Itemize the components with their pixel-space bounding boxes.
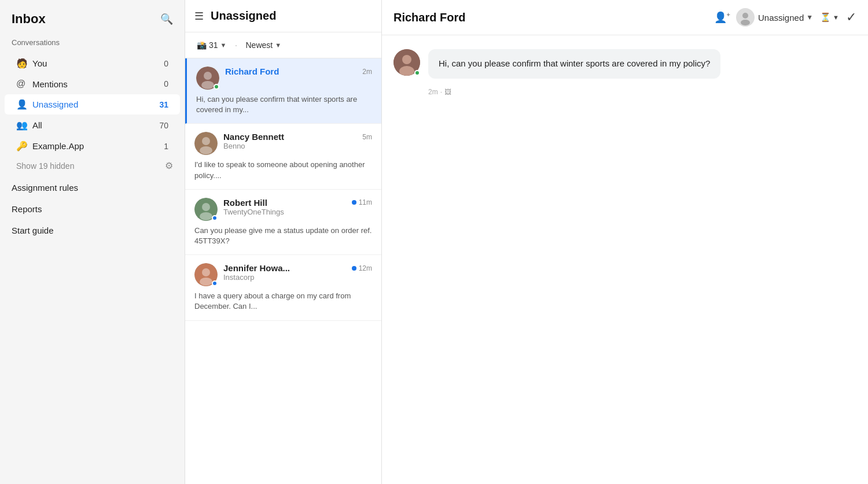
svg-point-16 [402,55,411,64]
start-guide-link[interactable]: Start guide [0,217,185,239]
middle-title: Unassigned [211,9,276,23]
sidebar-item-you[interactable]: 🧑 You 0 [5,53,180,73]
chat-message-row: Hi, can you please confirm that winter s… [393,49,856,79]
conv-name: Richard Ford [225,66,279,76]
conv-name: Robert Hill [223,198,267,208]
conv-name-row: Robert Hill 11m [223,198,372,208]
svg-point-10 [202,268,210,276]
conv-preview: Can you please give me a status update o… [194,226,372,246]
clock-icon: ⏳ [820,12,831,23]
conv-name: Jennifer Howa... [223,263,290,273]
sidebar-item-example-app[interactable]: 🔑 Example.App 1 [5,136,180,156]
agent-avatar [736,8,755,27]
reports-link[interactable]: Reports [0,196,185,217]
conversation-list: Richard Ford 2m Hi, can you please confi… [185,58,381,484]
nav-items: 🧑 You 0 @ Mentions 0 👤 Unassigned 31 👥 A… [0,53,185,157]
sidebar-item-unassigned[interactable]: 👤 Unassigned 31 [5,94,180,114]
svg-point-2 [201,81,214,89]
sidebar-item-mentions[interactable]: @ Mentions 0 [5,74,180,94]
unassigned-icon: 👤 [16,99,32,110]
hamburger-icon[interactable]: ☰ [194,10,204,23]
conv-name-row: Richard Ford 2m [225,66,372,76]
example-app-label: Example.App [32,141,164,151]
filter-arrow-icon: ▼ [220,42,227,49]
resolve-button[interactable]: ✓ [846,10,856,25]
middle-header: ☰ Unassigned [185,0,381,32]
inbox-filter-button[interactable]: 📸 31 ▼ [193,38,230,52]
settings-icon[interactable]: ⚙ [165,160,173,171]
show-hidden-label: Show 19 hidden [16,161,74,171]
conv-meta: Robert Hill 11m TwentyOneThings [223,198,372,219]
message-text: Hi, can you please confirm that winter s… [439,58,710,68]
unassigned-count: 31 [159,100,168,109]
timestamp-separator: · [440,88,442,96]
delivery-icon: 🖼 [444,88,451,96]
sort-button[interactable]: Newest ▼ [242,38,285,52]
sidebar: Inbox 🔍 Conversations 🧑 You 0 @ Mentions… [0,0,185,484]
assign-agent-button[interactable]: Unassigned ▼ [758,13,813,23]
online-indicator [212,280,218,286]
right-header: Richard Ford 👤+ Unassigned ▼ ⏳ ▼ ✓ [382,0,868,35]
avatar-wrap [194,263,218,286]
conversation-item-richard-ford[interactable]: Richard Ford 2m Hi, can you please confi… [185,58,381,124]
unassigned-label: Unassigned [32,99,159,109]
you-count: 0 [164,59,168,68]
middle-panel: ☰ Unassigned 📸 31 ▼ · Newest ▼ [185,0,382,484]
mentions-label: Mentions [32,79,164,89]
conv-time: 12m [352,264,372,272]
sidebar-header: Inbox 🔍 [0,12,185,38]
sender-online-indicator [414,70,420,76]
mentions-count: 0 [164,79,168,88]
sender-avatar-wrap [393,49,420,76]
right-panel: Richard Ford 👤+ Unassigned ▼ ⏳ ▼ ✓ [382,0,868,484]
avatar-wrap [196,66,219,90]
sidebar-item-all[interactable]: 👥 All 70 [5,115,180,135]
svg-point-4 [202,137,210,145]
online-indicator [214,84,219,90]
contact-name: Richard Ford [393,11,708,24]
sort-arrow-icon: ▼ [275,42,281,49]
chat-bubble-container: Hi, can you please confirm that winter s… [428,49,720,79]
filter-count: 31 [209,40,218,50]
divider: · [234,39,237,51]
chat-area: Hi, can you please confirm that winter s… [382,35,868,484]
assign-dropdown-icon: ▼ [806,13,813,21]
conv-preview: I'd like to speak to someone about openi… [194,160,372,180]
filter-bar: 📸 31 ▼ · Newest ▼ [185,32,381,58]
conv-name: Nancy Bennett [223,132,284,142]
message-timestamp: 2m · 🖼 [393,88,856,96]
conv-time: 2m [362,68,372,76]
chat-bubble: Hi, can you please confirm that winter s… [428,49,720,79]
svg-point-11 [200,278,212,286]
inbox-icon: 📸 [197,40,207,50]
right-header-actions: Unassigned ▼ ⏳ ▼ ✓ [736,8,856,27]
conv-header: Richard Ford 2m [196,66,372,90]
conversation-item-nancy-bennett[interactable]: Nancy Bennett 5m Benno I'd like to speak… [185,124,381,189]
conv-meta: Jennifer Howa... 12m Instacorp [223,263,372,284]
all-label: All [32,120,159,130]
all-count: 70 [159,121,168,130]
online-indicator [212,215,218,221]
conv-meta: Nancy Bennett 5m Benno [223,132,372,153]
show-hidden-row[interactable]: Show 19 hidden ⚙ [0,157,185,175]
avatar-wrap [194,198,218,221]
conversation-item-jennifer-howard[interactable]: Jennifer Howa... 12m Instacorp I have a … [185,255,381,320]
svg-point-7 [202,203,210,211]
conv-preview: I have a query about a charge on my card… [194,291,372,312]
clock-action-button[interactable]: ⏳ ▼ [816,10,843,25]
assign-agent-label: Unassigned [758,13,804,23]
you-label: You [32,58,164,68]
avatar-wrap [194,132,218,155]
conv-name-row: Nancy Bennett 5m [223,132,372,142]
assignment-rules-link[interactable]: Assignment rules [0,175,185,196]
timestamp-value: 2m [428,88,438,96]
conv-sub: Benno [223,142,372,150]
add-contact-icon[interactable]: 👤+ [714,11,730,24]
conversation-item-robert-hill[interactable]: Robert Hill 11m TwentyOneThings Can you … [185,190,381,255]
clock-dropdown-icon: ▼ [833,14,839,21]
search-icon[interactable]: 🔍 [160,13,173,25]
unread-indicator [352,266,356,271]
conv-time: 11m [352,198,372,206]
unread-indicator [352,200,356,205]
conv-preview: Hi, can you please confirm that winter s… [196,94,372,115]
